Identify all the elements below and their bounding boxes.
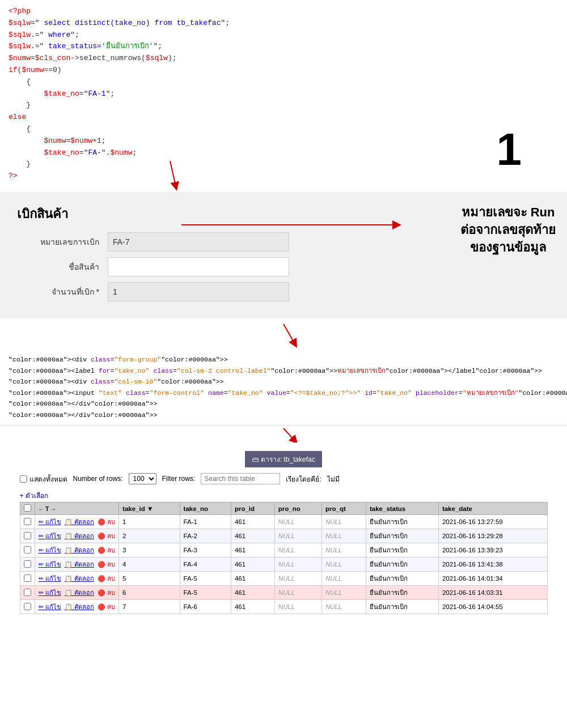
cell-take_no: FA-2 bbox=[180, 529, 231, 543]
db-col-header: ← T → bbox=[35, 503, 119, 515]
code-section: <?php$sqlw=" select distinct(take_no) fr… bbox=[0, 0, 567, 193]
db-col-header[interactable]: pro_id bbox=[231, 503, 274, 515]
form-field-input-1[interactable] bbox=[108, 257, 289, 276]
code-line: else bbox=[9, 112, 558, 124]
slash-arrow bbox=[272, 321, 306, 350]
row-checkbox[interactable] bbox=[24, 532, 31, 539]
table-row: ✏ แก้ไข 📋 คัดลอก 🔴 ลบ 3FA-3461NULLNULLยื… bbox=[20, 543, 547, 557]
form-field-input-0[interactable] bbox=[108, 232, 289, 252]
cell-pro_no: NULL bbox=[274, 586, 321, 600]
copy-action[interactable]: 📋 คัดลอก bbox=[65, 533, 94, 539]
form-field-input-2[interactable] bbox=[108, 282, 289, 301]
cell-take_id: 6 bbox=[119, 586, 180, 600]
delete-action[interactable]: 🔴 ลบ bbox=[98, 533, 115, 539]
row-checkbox[interactable] bbox=[24, 574, 31, 582]
table-row: ✏ แก้ไข 📋 คัดลอก 🔴 ลบ 4FA-4461NULLNULLยื… bbox=[20, 557, 547, 572]
code-line: { bbox=[9, 76, 558, 88]
row-checkbox[interactable] bbox=[24, 518, 31, 525]
edit-action[interactable]: ✏ แก้ไข bbox=[39, 547, 61, 554]
db-col-header[interactable]: take_no bbox=[180, 503, 231, 515]
db-col-header[interactable]: take_date bbox=[438, 503, 547, 515]
cell-pro_no: NULL bbox=[274, 557, 321, 572]
form-row: ชื่อสินค้า bbox=[17, 257, 550, 276]
cell-pro_no: NULL bbox=[274, 543, 321, 557]
code-line: <?php bbox=[9, 6, 558, 18]
cell-pro_qt: NULL bbox=[321, 600, 366, 614]
db-inner: ตาราง: tb_takefac แสดงทั้งหมด Number of … bbox=[20, 451, 548, 614]
cell-take_id: 5 bbox=[119, 572, 180, 586]
copy-action[interactable]: 📋 คัดลอก bbox=[65, 589, 94, 596]
filter-input[interactable] bbox=[201, 473, 280, 484]
cell-pro_qt: NULL bbox=[321, 572, 366, 586]
db-add-row[interactable]: + ตัวเลือก bbox=[20, 489, 548, 502]
cell-pro_no: NULL bbox=[274, 515, 321, 529]
cell-take_date: 2021-06-16 14:03:31 bbox=[438, 586, 547, 600]
cell-take_status: ยืนยันการเบิก bbox=[366, 600, 438, 614]
cell-take_date: 2021-06-16 13:41:38 bbox=[438, 557, 547, 572]
show-all-checkbox[interactable] bbox=[20, 475, 27, 483]
cell-pro_qt: NULL bbox=[321, 586, 366, 600]
edit-action[interactable]: ✏ แก้ไข bbox=[39, 575, 61, 582]
edit-action[interactable]: ✏ แก้ไข bbox=[39, 561, 61, 568]
cell-pro_id: 461 bbox=[231, 529, 274, 543]
code-line: $sqlw.=" take_status='ยืนยันการเบิก'"; bbox=[9, 41, 558, 53]
edit-action[interactable]: ✏ แก้ไข bbox=[39, 518, 61, 525]
code-line: $take_no="FA-".$numw; bbox=[9, 147, 558, 159]
copy-action[interactable]: 📋 คัดลอก bbox=[65, 575, 94, 582]
db-col-header[interactable]: take_status bbox=[366, 503, 438, 515]
cell-take_date: 2021-06-16 14:01:34 bbox=[438, 572, 547, 586]
cell-take_status: ยืนยันการเบิก bbox=[366, 586, 438, 600]
db-section: ตาราง: tb_takefac แสดงทั้งหมด Number of … bbox=[0, 442, 567, 623]
cell-take_status: ยืนยันการเบิก bbox=[366, 557, 438, 572]
cell-pro_no: NULL bbox=[274, 600, 321, 614]
show-all-label[interactable]: แสดงทั้งหมด bbox=[20, 474, 67, 484]
delete-action[interactable]: 🔴 ลบ bbox=[98, 575, 115, 582]
cell-take_id: 3 bbox=[119, 543, 180, 557]
svg-line-2 bbox=[284, 324, 295, 344]
code-line: $sqlw.=" where"; bbox=[9, 29, 558, 41]
cell-take_status: ยืนยันการเบิก bbox=[366, 529, 438, 543]
html-code-line: "color:#0000aa"></div"color:#0000aa">> bbox=[9, 398, 558, 410]
html-code-section: "color:#0000aa"><div class="form-group""… bbox=[0, 350, 567, 425]
form-row: จำนวนที่เบิก * bbox=[17, 282, 550, 301]
code-line: ?> bbox=[9, 171, 558, 182]
edit-action[interactable]: ✏ แก้ไข bbox=[39, 589, 61, 596]
table-row: ✏ แก้ไข 📋 คัดลอก 🔴 ลบ 1FA-1461NULLNULLยื… bbox=[20, 515, 547, 529]
edit-action[interactable]: ✏ แก้ไข bbox=[39, 603, 61, 610]
select-all-checkbox[interactable] bbox=[24, 504, 31, 512]
row-checkbox[interactable] bbox=[24, 546, 31, 554]
edit-action[interactable]: ✏ แก้ไข bbox=[39, 533, 61, 539]
delete-action[interactable]: 🔴 ลบ bbox=[98, 589, 115, 596]
delete-action[interactable]: 🔴 ลบ bbox=[98, 561, 115, 568]
db-col-header[interactable]: pro_no bbox=[274, 503, 321, 515]
db-col-header[interactable]: take_id ▼ bbox=[119, 503, 180, 515]
cell-take_id: 4 bbox=[119, 557, 180, 572]
copy-action[interactable]: 📋 คัดลอก bbox=[65, 547, 94, 554]
svg-line-3 bbox=[284, 428, 295, 441]
delete-action[interactable]: 🔴 ลบ bbox=[98, 603, 115, 610]
copy-action[interactable]: 📋 คัดลอก bbox=[65, 603, 94, 610]
db-col-header bbox=[20, 503, 35, 515]
row-checkbox[interactable] bbox=[24, 603, 31, 610]
row-checkbox[interactable] bbox=[24, 589, 31, 596]
cell-pro_id: 461 bbox=[231, 557, 274, 572]
copy-action[interactable]: 📋 คัดลอก bbox=[65, 518, 94, 525]
copy-action[interactable]: 📋 คัดลอก bbox=[65, 561, 94, 568]
cell-pro_qt: NULL bbox=[321, 557, 366, 572]
cell-pro_id: 461 bbox=[231, 586, 274, 600]
delete-action[interactable]: 🔴 ลบ bbox=[98, 518, 115, 525]
cell-take_status: ยืนยันการเบิก bbox=[366, 543, 438, 557]
db-col-header[interactable]: pro_qt bbox=[321, 503, 366, 515]
cell-take_date: 2021-06-16 13:29:28 bbox=[438, 529, 547, 543]
cell-pro_no: NULL bbox=[274, 572, 321, 586]
row-checkbox[interactable] bbox=[24, 560, 31, 568]
cell-take_date: 2021-06-16 13:39:23 bbox=[438, 543, 547, 557]
rows-select[interactable]: 100 bbox=[129, 473, 156, 484]
cell-take_date: 2021-06-16 13:27:59 bbox=[438, 515, 547, 529]
form-field-label: หมายเลขการเบิก bbox=[17, 236, 108, 248]
cell-take_status: ยืนยันการเบิก bbox=[366, 572, 438, 586]
code-line: $numw=$cls_con->select_numrows($sqlw); bbox=[9, 53, 558, 65]
cell-take_no: FA-3 bbox=[180, 543, 231, 557]
delete-action[interactable]: 🔴 ลบ bbox=[98, 547, 115, 554]
cell-take_no: FA-6 bbox=[180, 600, 231, 614]
